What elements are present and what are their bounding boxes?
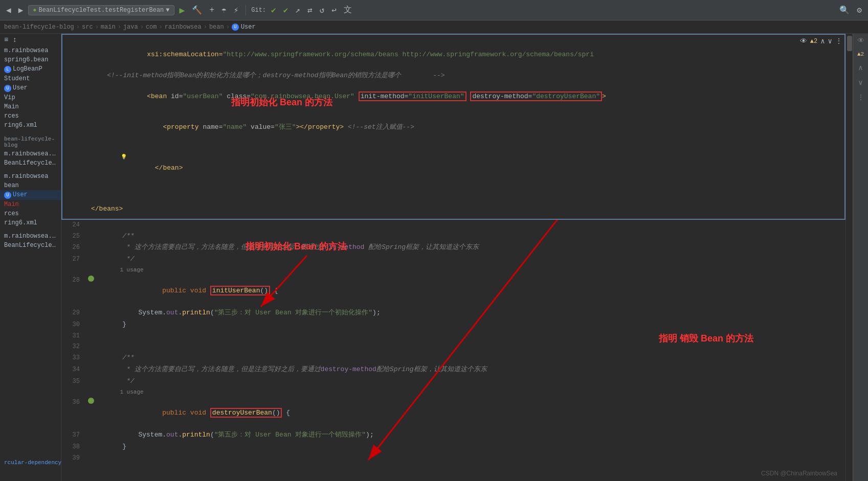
warning-badge[interactable]: ▲2 xyxy=(810,38,817,45)
xml-line-comment: <!--init-method指明Bean的初始化方法是哪个；destroy-m… xyxy=(62,70,844,81)
toolbar: ◀ ▶ ● BeanLifecycleTest.testRegisterBean… xyxy=(0,0,868,20)
sidebar-item-main-red[interactable]: Main xyxy=(0,200,61,209)
xml-line-xsi: xsi:schemaLocation="http://www.springfra… xyxy=(62,39,844,70)
scrollbar-thumb[interactable] xyxy=(847,36,852,51)
green-dot-28 xyxy=(88,276,94,282)
forward-button[interactable]: ▶ xyxy=(16,4,26,16)
sidebar-item-rainbowsea1[interactable]: m.rainbowsea xyxy=(0,46,61,55)
sidebar-item-test-pkg[interactable]: m.rainbowsea.test xyxy=(0,232,61,241)
sidebar-item-ring6xml1[interactable]: ring6.xml xyxy=(0,121,61,130)
breadcrumb-rainbowsea[interactable]: rainbowsea xyxy=(165,24,202,31)
right-up-button[interactable]: ∧ xyxy=(857,62,863,73)
sidebar-item-spring6pkg[interactable]: m.rainbowsea.spring6 xyxy=(0,149,61,158)
sidebar-circular-label[interactable]: rcular-dependency xyxy=(4,460,61,466)
user-active-icon: U xyxy=(4,192,11,199)
git-branch-button[interactable]: ↗ xyxy=(293,4,302,16)
sidebar-item-beanlifecycletest2[interactable]: BeanLifecycleTest xyxy=(0,241,61,250)
collapse-up-icon[interactable]: ∧ xyxy=(820,37,825,45)
breadcrumb-com[interactable]: com xyxy=(146,24,157,31)
git-fetch-button[interactable]: ↺ xyxy=(318,4,327,16)
sidebar-item-main1[interactable]: Main xyxy=(0,102,61,111)
sep4: › xyxy=(140,24,144,31)
right-eye-button[interactable]: 👁 xyxy=(856,36,865,46)
editor-area: xsi:schemaLocation="http://www.springfra… xyxy=(61,34,845,481)
main-layout: ≡ ↕ m.rainbowsea spring6.bean LLogBeanP … xyxy=(0,34,868,481)
java-line-36: 36 public void destroyUserBean() { xyxy=(61,397,845,429)
sep7: › xyxy=(226,24,230,31)
sidebar-item-bean-pkg[interactable]: bean xyxy=(0,181,61,190)
sidebar-item-student[interactable]: Student xyxy=(0,74,61,83)
java-line-30: 30 } xyxy=(61,319,845,331)
more-options-icon[interactable]: ⋮ xyxy=(835,37,842,45)
sidebar-item-spring6bean[interactable]: spring6.bean xyxy=(0,55,61,64)
java-line-38: 38 } xyxy=(61,441,845,453)
java-line-26: 26 * 这个方法需要自己写，方法名随意，但是注意写好之后，要通过init-me… xyxy=(61,242,845,254)
breadcrumb-java[interactable]: java xyxy=(123,24,138,31)
git-revert-button[interactable]: ↩ xyxy=(329,4,339,16)
sidebar-item-user-active[interactable]: UUser xyxy=(0,190,61,200)
sidebar-item-user1[interactable]: UUser xyxy=(0,83,61,93)
coverage-button[interactable]: ☂ xyxy=(219,4,229,16)
java-usage-destroy: 1 usage xyxy=(61,387,845,397)
java-line-32: 32 xyxy=(61,341,845,352)
scrollbar[interactable] xyxy=(845,34,853,481)
java-line-31: 31 xyxy=(61,331,845,341)
xml-line-property: <property name="name" value="张三"></prope… xyxy=(62,112,844,143)
sidebar-icon-sort[interactable]: ↕ xyxy=(12,36,16,44)
breadcrumb-src[interactable]: src xyxy=(82,24,93,31)
java-line-33: 33 /** xyxy=(61,352,845,364)
git-push-button[interactable]: ✔ xyxy=(281,4,291,16)
sidebar-item-rces2[interactable]: rces xyxy=(0,209,61,218)
eye-icon[interactable]: 👁 xyxy=(800,37,807,45)
sidebar: ≡ ↕ m.rainbowsea spring6.bean LLogBeanP … xyxy=(0,34,61,481)
build-button[interactable]: 🔨 xyxy=(190,4,204,16)
sidebar-icon-list[interactable]: ≡ xyxy=(4,36,8,44)
collapse-down-icon[interactable]: ∨ xyxy=(828,37,832,45)
sep2: › xyxy=(95,24,99,31)
settings-button[interactable]: ⚙ xyxy=(855,4,864,16)
breadcrumb-main[interactable]: main xyxy=(101,24,116,31)
breadcrumb: bean-lifecycle-blog › src › main › java … xyxy=(0,20,868,34)
init-method-code: initUserBean() xyxy=(210,286,270,295)
git-merge-button[interactable]: ⇄ xyxy=(305,4,315,16)
destroy-method-highlight: destroy-method="destroyUserBean" xyxy=(470,91,602,101)
java-line-24: 24 xyxy=(61,220,845,231)
add-config-button[interactable]: + xyxy=(207,5,216,16)
right-down-button[interactable]: ∨ xyxy=(857,77,863,88)
init-method-highlight: init-method="initUserBean" xyxy=(359,91,466,101)
git-check-button[interactable]: ✔ xyxy=(269,4,278,16)
sidebar-item-logbeanp[interactable]: LLogBeanP xyxy=(0,64,61,74)
run-config-label: BeanLifecycleTest.testRegisterBean xyxy=(38,7,164,14)
sidebar-item-vip[interactable]: Vip xyxy=(0,93,61,102)
sep3: › xyxy=(118,24,121,31)
user1-icon: U xyxy=(4,85,11,92)
sidebar-item-rainbowsea2[interactable]: m.rainbowsea xyxy=(0,172,61,181)
run-button[interactable]: ▶ xyxy=(177,4,187,17)
breadcrumb-bean[interactable]: bean xyxy=(209,24,224,31)
sidebar-item-beanlifecycletest1[interactable]: BeanLifecycleTest xyxy=(0,158,61,168)
sidebar-item-ring6xml2[interactable]: ring6.xml xyxy=(0,218,61,227)
destroy-method-code: destroyUserBean() xyxy=(210,408,282,418)
java-panel: 指明初始化 Bean 的方法 指明 销毁 Bean 的方法 xyxy=(61,220,845,482)
breadcrumb-file[interactable]: User xyxy=(241,24,256,31)
panel-header-icons: 👁 ▲2 ∧ ∨ ⋮ xyxy=(800,37,842,45)
java-line-27: 27 */ xyxy=(61,254,845,265)
sep6: › xyxy=(204,24,207,31)
watermark: CSDN @ChinaRainbowSea xyxy=(761,470,837,477)
git-translate-button[interactable]: 文 xyxy=(342,4,354,16)
breadcrumb-project[interactable]: bean-lifecycle-blog xyxy=(4,24,74,31)
sidebar-item-rces1[interactable]: rces xyxy=(0,111,61,121)
sidebar-top-icons: ≡ ↕ xyxy=(0,34,61,46)
java-line-29: 29 System.out.println("第三步：对 User Bean 对… xyxy=(61,307,845,319)
search-button[interactable]: 🔍 xyxy=(837,4,852,16)
right-warning-button[interactable]: ▲2 xyxy=(856,50,865,58)
run-config[interactable]: ● BeanLifecycleTest.testRegisterBean ▼ xyxy=(28,5,174,15)
logbeanp-icon: L xyxy=(4,66,11,73)
back-button[interactable]: ◀ xyxy=(4,4,13,16)
java-line-28: 28 public void initUserBean() { xyxy=(61,274,845,307)
java-usage-init: 1 usage xyxy=(61,265,845,274)
right-more-button[interactable]: ⋮ xyxy=(856,92,865,103)
java-line-39: 39 xyxy=(61,453,845,464)
profile-button[interactable]: ⚡ xyxy=(232,4,241,16)
sep1: › xyxy=(76,24,80,31)
